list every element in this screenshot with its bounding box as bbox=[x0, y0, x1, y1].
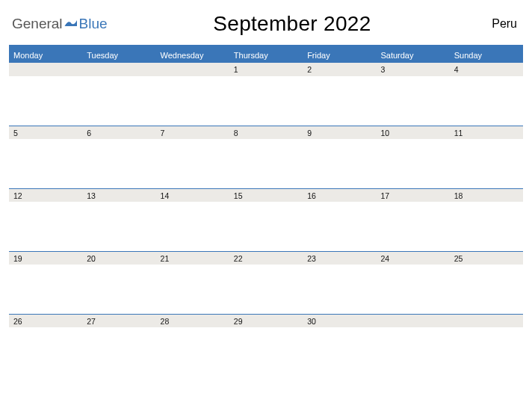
date-cell: 25 bbox=[450, 251, 523, 265]
date-cell bbox=[82, 63, 155, 76]
date-cell: 24 bbox=[376, 251, 449, 265]
date-body bbox=[9, 202, 82, 251]
date-body bbox=[229, 139, 303, 188]
day-header-thu: Thursday bbox=[229, 47, 303, 63]
date-cell: 30 bbox=[303, 314, 376, 327]
date-body bbox=[9, 265, 82, 314]
date-cell bbox=[376, 314, 449, 327]
date-body bbox=[376, 202, 449, 251]
calendar-week-1: 1 2 3 4 bbox=[9, 63, 523, 126]
date-body bbox=[82, 265, 155, 314]
logo-wave-icon bbox=[64, 18, 78, 31]
date-cell: 26 bbox=[9, 314, 82, 327]
day-header-sun: Sunday bbox=[450, 47, 523, 63]
date-body bbox=[9, 327, 82, 377]
day-header-fri: Friday bbox=[303, 47, 376, 63]
calendar-week-3: 12 13 14 15 16 17 18 bbox=[9, 188, 523, 251]
date-cell: 3 bbox=[376, 63, 449, 76]
date-cell bbox=[9, 63, 82, 76]
date-cell: 11 bbox=[450, 126, 523, 139]
date-cell: 27 bbox=[82, 314, 155, 327]
date-cell: 4 bbox=[450, 63, 523, 76]
date-body bbox=[303, 76, 376, 126]
date-cell: 17 bbox=[376, 188, 449, 202]
date-cell: 22 bbox=[229, 251, 303, 265]
date-cell: 8 bbox=[229, 126, 303, 139]
date-body bbox=[450, 76, 523, 126]
date-body bbox=[450, 327, 523, 377]
date-body bbox=[156, 265, 229, 314]
day-header-sat: Saturday bbox=[376, 47, 449, 63]
region-label: Peru bbox=[492, 17, 520, 31]
date-cell: 16 bbox=[303, 188, 376, 202]
date-body bbox=[9, 139, 82, 188]
date-cell: 21 bbox=[156, 251, 229, 265]
date-cell: 28 bbox=[156, 314, 229, 327]
date-cell: 18 bbox=[450, 188, 523, 202]
date-cell: 6 bbox=[82, 126, 155, 139]
date-cell: 10 bbox=[376, 126, 449, 139]
date-cell: 23 bbox=[303, 251, 376, 265]
date-cell: 13 bbox=[82, 188, 155, 202]
date-body bbox=[229, 76, 303, 126]
date-body bbox=[82, 202, 155, 251]
date-body bbox=[156, 76, 229, 126]
date-body bbox=[376, 265, 449, 314]
date-cell: 2 bbox=[303, 63, 376, 76]
date-cell: 14 bbox=[156, 188, 229, 202]
date-body bbox=[450, 265, 523, 314]
date-body bbox=[229, 327, 303, 377]
calendar-header-row: Monday Tuesday Wednesday Thursday Friday… bbox=[9, 45, 523, 63]
date-body bbox=[156, 327, 229, 377]
date-body bbox=[82, 327, 155, 377]
date-cell bbox=[156, 63, 229, 76]
date-body bbox=[156, 202, 229, 251]
date-body bbox=[376, 139, 449, 188]
date-body bbox=[303, 139, 376, 188]
date-body bbox=[303, 327, 376, 377]
day-header-tue: Tuesday bbox=[82, 47, 155, 63]
page-title: September 2022 bbox=[93, 12, 492, 36]
date-cell: 29 bbox=[229, 314, 303, 327]
date-body bbox=[376, 76, 449, 126]
logo-text-general: General bbox=[12, 16, 63, 32]
date-cell: 15 bbox=[229, 188, 303, 202]
date-cell: 20 bbox=[82, 251, 155, 265]
date-cell: 7 bbox=[156, 126, 229, 139]
header: General Blue September 2022 Peru bbox=[9, 6, 523, 45]
date-cell bbox=[450, 314, 523, 327]
date-body bbox=[229, 202, 303, 251]
date-body bbox=[82, 139, 155, 188]
calendar-week-5: 26 27 28 29 30 bbox=[9, 314, 523, 377]
date-body bbox=[82, 76, 155, 126]
date-cell: 9 bbox=[303, 126, 376, 139]
date-body bbox=[303, 202, 376, 251]
date-body bbox=[450, 139, 523, 188]
calendar-week-2: 5 6 7 8 9 10 11 bbox=[9, 126, 523, 188]
date-body bbox=[376, 327, 449, 377]
date-cell: 1 bbox=[229, 63, 303, 76]
date-body bbox=[303, 265, 376, 314]
calendar-week-4: 19 20 21 22 23 24 25 bbox=[9, 251, 523, 314]
date-body bbox=[450, 202, 523, 251]
day-header-mon: Monday bbox=[9, 47, 82, 63]
date-body bbox=[9, 76, 82, 126]
day-header-wed: Wednesday bbox=[156, 47, 229, 63]
date-cell: 19 bbox=[9, 251, 82, 265]
date-body bbox=[156, 139, 229, 188]
date-body bbox=[229, 265, 303, 314]
date-cell: 12 bbox=[9, 188, 82, 202]
date-cell: 5 bbox=[9, 126, 82, 139]
